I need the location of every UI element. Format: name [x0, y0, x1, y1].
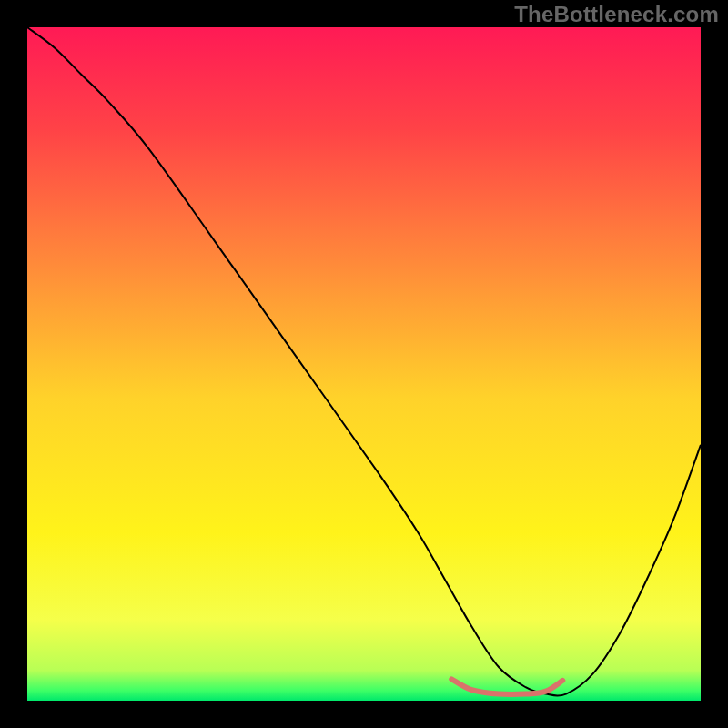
chart-frame: TheBottleneck.com [0, 0, 728, 728]
plot-background [27, 27, 701, 701]
bottleneck-chart [0, 0, 728, 728]
